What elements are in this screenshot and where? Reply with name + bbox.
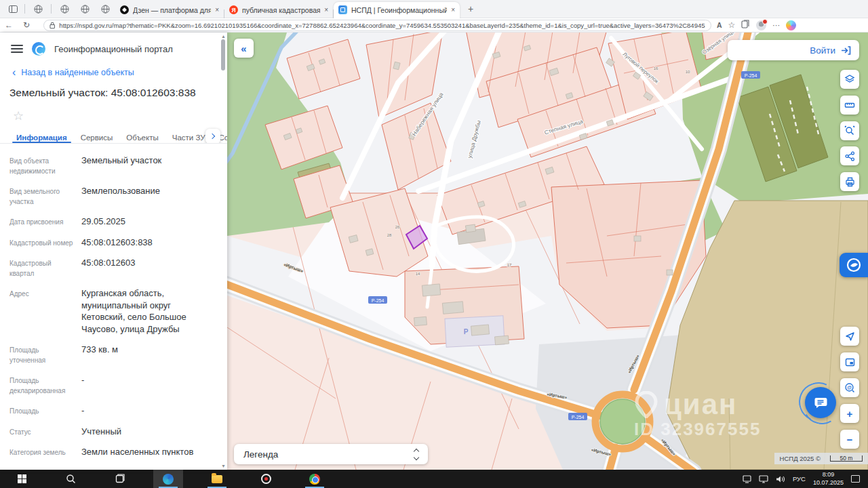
info-field-row: Вид объекта недвижимостиЗемельный участо… <box>9 155 212 176</box>
back-button[interactable]: ← <box>0 20 18 30</box>
tabs-scroll-right-button[interactable] <box>205 129 220 144</box>
geolocate-button[interactable] <box>840 327 859 346</box>
field-label: Вид объекта недвижимости <box>9 155 75 176</box>
svg-text:@: @ <box>847 384 852 390</box>
tabs-container: Дзен — платформа для просмо×Япубличная к… <box>115 0 460 18</box>
hamburger-menu-icon[interactable] <box>11 45 23 53</box>
parcel-title: Земельный участок: 45:08:012603:838 <box>0 77 227 99</box>
taskbar-explorer-icon[interactable] <box>202 470 232 488</box>
yandex-favicon: Я <box>229 5 238 14</box>
copyright-text: НСПД 2025 © <box>780 455 821 462</box>
parcel-number: 26 <box>395 225 400 229</box>
share-button[interactable] <box>840 146 859 165</box>
browser-tab[interactable]: Япубличная кадастровая карта —× <box>224 2 333 18</box>
legend-expand-icon[interactable] <box>414 449 418 460</box>
favorite-star-icon[interactable]: ☆ <box>728 20 736 30</box>
favorite-star-button[interactable]: ☆ <box>9 107 27 125</box>
identify-objects-button[interactable] <box>840 121 859 140</box>
nspd-favicon <box>338 5 347 14</box>
field-label: Кадастровый номер <box>9 237 75 249</box>
info-field-row: Кадастровый номер45:08:012603:838 <box>9 237 212 249</box>
pinned-tab-globe-icon[interactable] <box>28 1 48 16</box>
tray-updates-icon[interactable] <box>743 475 751 483</box>
lock-icon <box>50 22 55 29</box>
taskbar-clock[interactable]: 8:09 10.07.2025 <box>813 471 844 487</box>
address-toolbar: ← ↻ https://nspd.gov.ru/map?thematic=PKK… <box>0 18 868 33</box>
field-value: Землепользование <box>81 185 212 207</box>
pinned-tab-globe-icon[interactable] <box>75 1 95 16</box>
chat-button[interactable] <box>805 387 836 418</box>
map-area[interactable]: Набережная улицаулица ДружбыСтепная улиц… <box>227 33 868 470</box>
field-label: Категория земель <box>9 446 75 455</box>
coordinate-search-button[interactable]: @ <box>840 378 859 397</box>
field-value: 45:08:012603:838 <box>81 237 212 249</box>
tray-network-icon[interactable] <box>759 475 768 483</box>
profile-avatar[interactable] <box>756 20 766 30</box>
language-indicator[interactable]: РУС <box>793 475 806 483</box>
scrollbar-thumb[interactable] <box>221 39 225 70</box>
field-value: Курганская область, муниципальный округ … <box>81 287 212 335</box>
browser-tab-strip: Дзен — платформа для просмо×Япубличная к… <box>0 0 868 18</box>
zoom-in-button[interactable]: + <box>840 404 859 423</box>
start-button[interactable] <box>7 470 37 488</box>
new-tab-button[interactable]: + <box>462 1 479 17</box>
taskbar-search-icon[interactable] <box>56 470 85 488</box>
reload-button[interactable]: ↻ <box>18 20 35 30</box>
info-field-row: Кадастровый квартал45:08:012603 <box>9 257 212 279</box>
clock-time: 8:09 <box>813 471 844 479</box>
parcel-number: 28 <box>387 233 392 237</box>
panel-tab-сервисы[interactable]: Сервисы <box>74 130 120 143</box>
collections-icon[interactable] <box>741 19 750 31</box>
back-to-results-link[interactable]: ‹ Назад в найденные объекты <box>0 58 227 77</box>
taskbar-app-icon[interactable] <box>251 470 281 488</box>
info-field-row: Площадь- <box>9 405 212 417</box>
map-attribution: НСПД 2025 © 50 m <box>774 453 868 464</box>
assistant-panel-tab[interactable] <box>840 253 868 277</box>
notification-center-icon[interactable] <box>851 475 860 483</box>
field-value: 29.05.2025 <box>81 216 212 228</box>
minimap-button[interactable] <box>840 352 859 371</box>
taskbar-edge-icon[interactable] <box>153 470 183 488</box>
layers-button[interactable] <box>840 70 859 89</box>
field-value: Земли населенных пунктов <box>81 446 212 455</box>
info-field-row: АдресКурганская область, муниципальный о… <box>9 287 212 335</box>
panel-scrollbar[interactable]: ▲ ▼ <box>220 35 226 467</box>
panel-tab-информация[interactable]: Информация <box>9 130 74 143</box>
tab-close-icon[interactable]: × <box>451 6 455 14</box>
browser-tab[interactable]: Дзен — платформа для просмо× <box>115 2 224 18</box>
url-bar[interactable]: https://nspd.gov.ru/map?thematic=PKK&zoo… <box>43 20 711 31</box>
read-aloud-icon[interactable]: A <box>717 21 722 29</box>
field-value: Земельный участок <box>81 155 212 176</box>
menu-dots-icon[interactable]: ⋯ <box>772 21 780 29</box>
workspace-icon[interactable] <box>4 2 22 16</box>
ruler-button[interactable] <box>840 96 859 115</box>
scroll-down-arrow[interactable]: ▼ <box>220 464 226 468</box>
legend-label: Легенда <box>243 449 278 460</box>
login-bar[interactable]: Войти <box>728 40 859 60</box>
field-value: - <box>81 374 212 396</box>
scroll-up-arrow[interactable]: ▲ <box>220 34 226 39</box>
taskbar-chrome-icon[interactable] <box>300 470 330 488</box>
print-button[interactable] <box>840 172 859 191</box>
legend-bar[interactable]: Легенда <box>234 444 428 464</box>
back-chevron-icon: ‹ <box>12 69 16 76</box>
tab-close-icon[interactable]: × <box>324 6 328 14</box>
tab-label: НСПД | Геоинформационный п <box>351 6 447 14</box>
copilot-icon[interactable] <box>786 20 796 30</box>
parcel-number: 17 <box>507 263 512 267</box>
panel-tab-объекты[interactable]: Объекты <box>119 130 165 143</box>
zoom-out-button[interactable]: − <box>840 430 859 449</box>
field-value: 733 кв. м <box>81 344 212 365</box>
field-label: Статус <box>9 426 75 438</box>
tab-label: публичная кадастровая карта — <box>242 6 320 14</box>
map-canvas[interactable]: Набережная улицаулица ДружбыСтепная улиц… <box>227 33 868 470</box>
tab-close-icon[interactable]: × <box>215 6 219 14</box>
field-label: Площадь уточненная <box>9 344 75 365</box>
pinned-tab-globe-icon[interactable] <box>95 1 115 16</box>
task-view-icon[interactable] <box>104 470 134 488</box>
pinned-tab-globe-icon[interactable] <box>54 1 75 16</box>
collapse-panel-button[interactable]: « <box>234 39 254 58</box>
browser-tab[interactable]: НСПД | Геоинформационный п× <box>334 2 460 18</box>
tray-volume-icon[interactable] <box>776 475 785 483</box>
info-fields: Вид объекта недвижимостиЗемельный участо… <box>0 144 227 455</box>
